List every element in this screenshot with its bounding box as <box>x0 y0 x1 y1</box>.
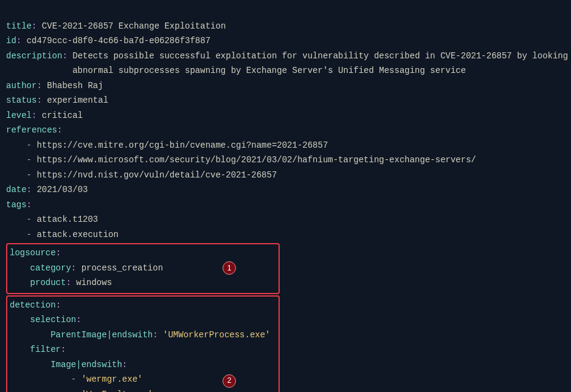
val-parentimage: 'UMWorkerProcess.exe' <box>163 330 270 340</box>
val-level: critical <box>42 111 83 120</box>
highlight-box-1: logsource: category: process_creation1 p… <box>6 243 280 294</box>
val-description-l2: abnormal subprocesses spawning by Exchan… <box>72 66 466 75</box>
highlight-box-2: detection: selection: ParentImage|endswi… <box>6 295 280 393</box>
ref-item: https://nvd.nist.gov/vuln/detail/cve-202… <box>36 170 277 180</box>
yaml-code-block: title: CVE-2021-26857 Exchange Exploitat… <box>0 0 571 392</box>
key-filter: filter <box>30 345 61 354</box>
val-product: windows <box>76 278 112 287</box>
tag-item: attack.t1203 <box>36 215 98 224</box>
key-image: Image|endswith <box>50 360 122 370</box>
val-title: CVE-2021-26857 Exchange Exploitation <box>42 21 226 31</box>
annotation-badge-2: 2 <box>223 374 236 388</box>
key-detection: detection <box>10 300 56 310</box>
key-parentimage: ParentImage|endswith <box>50 330 153 340</box>
key-title: title <box>6 21 32 31</box>
key-logsource: logsource <box>10 248 56 258</box>
key-product: product <box>30 278 66 287</box>
key-level: level <box>6 111 32 120</box>
key-description: description <box>6 51 62 61</box>
val-id: cd479ccc-d8f0-4c66-ba7d-e06286f3f887 <box>27 36 210 46</box>
key-selection: selection <box>30 315 77 325</box>
val-author: Bhabesh Raj <box>47 81 103 91</box>
tag-item: attack.execution <box>36 230 118 239</box>
image-item: 'wermgr.exe' <box>81 374 143 384</box>
key-id: id <box>6 36 16 46</box>
image-item: 'WerFault.exe' <box>81 390 153 393</box>
key-references: references <box>6 125 57 135</box>
val-date: 2021/03/03 <box>36 185 88 194</box>
ref-item: https://cve.mitre.org/cgi-bin/cvename.cg… <box>36 140 328 150</box>
ref-item: https://www.microsoft.com/security/blog/… <box>36 155 476 165</box>
annotation-badge-1: 1 <box>223 261 236 275</box>
key-author: author <box>6 81 36 91</box>
val-category: process_creation <box>81 263 163 273</box>
key-status: status <box>6 95 36 105</box>
val-description-l1: Detects possible successful exploitation… <box>72 51 571 61</box>
key-date: date <box>6 185 27 194</box>
val-status: experimental <box>47 95 108 105</box>
key-category: category <box>30 263 71 273</box>
key-tags: tags <box>6 200 27 210</box>
